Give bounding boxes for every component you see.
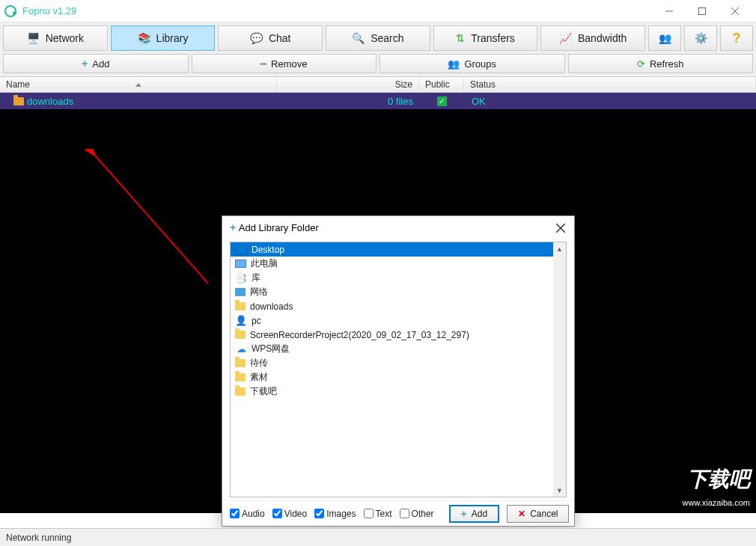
tree-item[interactable]: 网络 [231, 285, 553, 299]
chat-tab[interactable]: 💬 Chat [218, 25, 323, 51]
gear-icon: ⚙️ [695, 32, 707, 44]
refresh-icon: ⟳ [637, 58, 645, 70]
tree-item-label: 库 [252, 272, 260, 284]
scrollbar[interactable]: ▲ ▼ [553, 242, 566, 497]
folder-icon [13, 97, 24, 105]
bandwidth-tab[interactable]: 📈 Bandwidth [540, 25, 645, 51]
column-name[interactable]: Name [0, 77, 277, 92]
window-buttons [653, 0, 752, 22]
search-tab[interactable]: 🔍 Search [326, 25, 430, 51]
tree-item-label: 下载吧 [250, 385, 277, 398]
label: Chat [269, 32, 291, 44]
books-icon: 📚 [138, 32, 150, 44]
label: Search [371, 32, 403, 44]
dialog-add-button[interactable]: +Add [449, 505, 500, 523]
cell-public: ✓ [419, 96, 464, 106]
tree-item[interactable]: ☁WPS网盘 [231, 342, 553, 356]
app-icon [4, 5, 16, 17]
label: Library [156, 32, 189, 44]
question-icon: ? [733, 31, 741, 46]
scroll-down[interactable]: ▼ [553, 484, 566, 497]
tree-item-label: downloads [250, 301, 293, 312]
column-size[interactable]: Size [277, 77, 419, 92]
plus-icon: + [82, 58, 88, 70]
dialog-close-button[interactable] [553, 221, 568, 236]
plus-icon: + [461, 508, 467, 520]
dialog-footer: Audio Video Images Text Other +Add ✕Canc… [222, 500, 574, 526]
column-status[interactable]: Status [464, 77, 756, 92]
images-checkbox[interactable]: Images [314, 509, 356, 519]
window-title: Fopnu v1.29 [22, 5, 653, 16]
groups-button[interactable]: 👥Groups [379, 54, 565, 73]
network-tab[interactable]: 🖥️ Network [3, 25, 108, 51]
tree-item[interactable]: ScreenRecorderProject2(2020_09_02_17_03_… [231, 328, 553, 342]
other-checkbox[interactable]: Other [400, 509, 434, 519]
group-icon: 👥 [448, 58, 460, 70]
refresh-button[interactable]: ⟳Refresh [568, 54, 754, 73]
tree-item-label: 素材 [250, 371, 268, 384]
minimize-button[interactable] [653, 0, 686, 22]
help-button[interactable]: ? [720, 25, 753, 51]
tree-item[interactable]: 👤pc [231, 313, 553, 328]
label: Remove [271, 58, 307, 70]
add-folder-dialog: + Add Library Folder Desktop此电脑📑库网络downl… [222, 215, 575, 527]
watermark-url: www.xiazaiba.com [683, 498, 750, 507]
library-content: downloads 0 files ✓ OK + Add Library Fol… [0, 93, 756, 513]
tree-item[interactable]: 待传 [231, 356, 553, 370]
tree-item[interactable]: Desktop [231, 242, 553, 257]
minus-icon: ━ [260, 58, 266, 70]
dialog-title: Add Library Folder [239, 222, 319, 233]
tree-item[interactable]: 下载吧 [231, 384, 553, 399]
svg-line-4 [96, 156, 208, 283]
tree-item-label: 此电脑 [251, 257, 278, 270]
speech-icon: 💬 [250, 32, 263, 44]
label: Add [92, 58, 109, 70]
titlebar: Fopnu v1.29 [0, 0, 756, 22]
label: Transfers [471, 32, 515, 44]
scroll-up[interactable]: ▲ [553, 242, 566, 255]
table-row[interactable]: downloads 0 files ✓ OK [0, 93, 756, 109]
add-button[interactable]: +Add [3, 54, 189, 73]
check-icon: ✓ [437, 96, 447, 106]
video-checkbox[interactable]: Video [272, 509, 307, 519]
status-bar: Network running [0, 528, 756, 546]
maximize-button[interactable] [686, 0, 719, 22]
dialog-titlebar[interactable]: + Add Library Folder [222, 216, 574, 239]
label: Network [46, 32, 84, 44]
action-toolbar: +Add ━Remove 👥Groups ⟳Refresh [0, 54, 756, 76]
column-public[interactable]: Public [419, 77, 464, 92]
magnifier-icon: 🔍 [352, 32, 365, 44]
plus-icon: + [230, 221, 236, 233]
cell-size: 0 files [277, 96, 419, 107]
close-button[interactable] [719, 0, 752, 22]
tree-item-label: Desktop [252, 245, 284, 255]
tree-item[interactable]: downloads [231, 299, 553, 313]
tree-item[interactable]: 素材 [231, 370, 553, 384]
annotation-arrow [81, 149, 231, 298]
remove-button[interactable]: ━Remove [192, 54, 377, 73]
tree-item[interactable]: 此电脑 [231, 257, 553, 271]
monitor-icon: 🖥️ [27, 32, 40, 44]
cell-name: downloads [0, 96, 277, 107]
label: Bandwidth [578, 32, 627, 44]
tree-item[interactable]: 📑库 [231, 271, 553, 285]
users-button[interactable]: 👥 [648, 25, 681, 51]
watermark: 下载吧 [687, 465, 750, 494]
tree-item-label: ScreenRecorderProject2(2020_09_02_17_03_… [250, 330, 469, 340]
dialog-cancel-button[interactable]: ✕Cancel [507, 505, 569, 523]
label: Refresh [650, 58, 684, 70]
folder-tree[interactable]: Desktop此电脑📑库网络downloads👤pcScreenRecorder… [230, 242, 567, 497]
tree-item-label: 网络 [250, 286, 268, 298]
users-icon: 👥 [659, 32, 671, 44]
x-icon: ✕ [518, 509, 525, 519]
tree-item-label: pc [252, 316, 261, 326]
audio-checkbox[interactable]: Audio [230, 509, 265, 519]
text-checkbox[interactable]: Text [364, 509, 392, 519]
tree-item-label: WPS网盘 [252, 343, 290, 355]
settings-button[interactable]: ⚙️ [684, 25, 717, 51]
label: Groups [464, 58, 496, 70]
svg-rect-1 [699, 7, 706, 14]
library-tab[interactable]: 📚 Library [111, 25, 216, 51]
transfers-tab[interactable]: ⇅ Transfers [433, 25, 538, 51]
main-toolbar: 🖥️ Network 📚 Library 💬 Chat 🔍 Search ⇅ T… [0, 22, 756, 54]
